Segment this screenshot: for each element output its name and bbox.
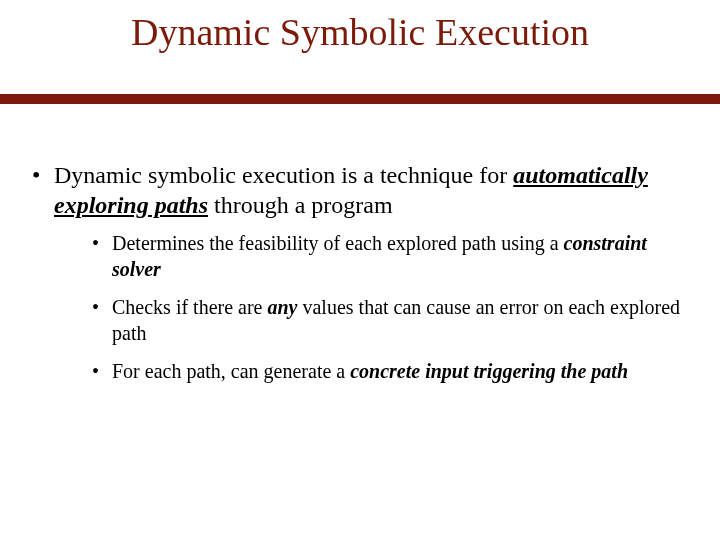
title-underline-bar	[0, 94, 720, 104]
content-area: Dynamic symbolic execution is a techniqu…	[30, 160, 690, 398]
bullet-list-level2: Determines the feasibility of each explo…	[54, 230, 690, 384]
slide: Dynamic Symbolic Execution Dynamic symbo…	[0, 0, 720, 540]
sub2-emph: any	[267, 296, 297, 318]
sub-bullet-2: Checks if there are any values that can …	[90, 294, 690, 346]
sub3-emph: concrete input triggering the path	[350, 360, 628, 382]
sub-bullet-1: Determines the feasibility of each explo…	[90, 230, 690, 282]
main-bullet: Dynamic symbolic execution is a techniqu…	[30, 160, 690, 384]
slide-title: Dynamic Symbolic Execution	[0, 10, 720, 54]
main-bullet-pre: Dynamic symbolic execution is a techniqu…	[54, 162, 513, 188]
sub3-pre: For each path, can generate a	[112, 360, 350, 382]
bullet-list-level1: Dynamic symbolic execution is a techniqu…	[30, 160, 690, 384]
title-area: Dynamic Symbolic Execution	[0, 0, 720, 54]
main-bullet-post: through a program	[208, 192, 393, 218]
sub1-pre: Determines the feasibility of each explo…	[112, 232, 564, 254]
sub2-pre: Checks if there are	[112, 296, 267, 318]
sub-bullet-3: For each path, can generate a concrete i…	[90, 358, 690, 384]
